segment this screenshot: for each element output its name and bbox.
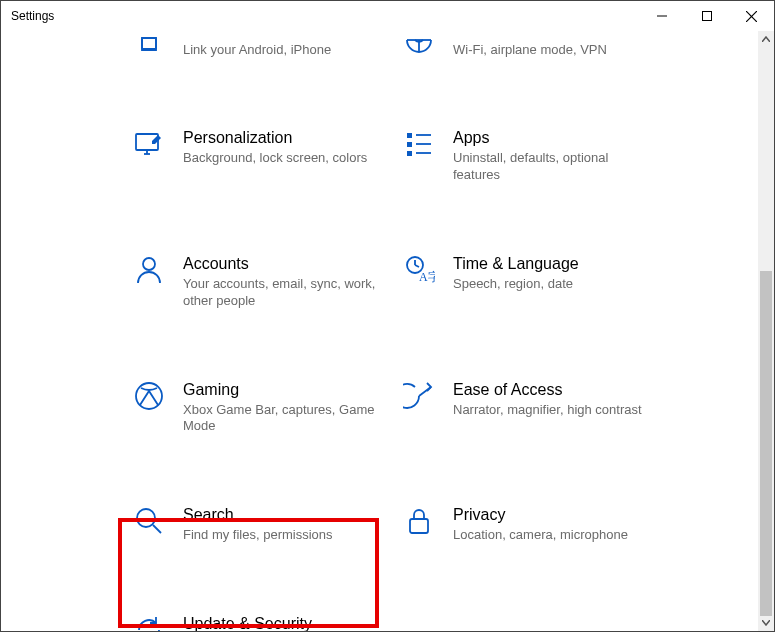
category-gaming[interactable]: Gaming Xbox Game Bar, captures, Game Mod… xyxy=(131,375,401,441)
category-title: Search xyxy=(183,505,333,525)
category-accounts[interactable]: Accounts Your accounts, email, sync, wor… xyxy=(131,249,401,315)
category-desc: Background, lock screen, colors xyxy=(183,150,367,167)
svg-line-24 xyxy=(153,525,161,533)
category-network[interactable]: Wi-Fi, airplane mode, VPN xyxy=(401,35,671,73)
minimize-button[interactable] xyxy=(639,1,684,31)
window-title: Settings xyxy=(11,9,54,23)
category-title: Apps xyxy=(453,128,648,148)
content-area: Link your Android, iPhone Wi-Fi, airplan… xyxy=(1,31,758,631)
scroll-down-arrow[interactable] xyxy=(758,615,774,631)
settings-window: Settings Link your Android, iPhone xyxy=(0,0,775,632)
ease-of-access-icon xyxy=(403,380,435,412)
maximize-button[interactable] xyxy=(684,1,729,31)
svg-line-22 xyxy=(419,387,431,396)
svg-rect-10 xyxy=(407,133,412,138)
svg-rect-11 xyxy=(407,142,412,147)
category-title: Personalization xyxy=(183,128,367,148)
category-apps[interactable]: Apps Uninstall, defaults, optional featu… xyxy=(401,123,671,189)
lock-icon xyxy=(403,505,435,537)
window-controls xyxy=(639,1,774,31)
svg-rect-12 xyxy=(407,151,412,156)
category-title: Ease of Access xyxy=(453,380,642,400)
category-update-security[interactable]: Update & Security Windows Update, recove… xyxy=(131,609,401,631)
search-icon xyxy=(133,505,165,537)
category-desc: Speech, region, date xyxy=(453,276,579,293)
xbox-icon xyxy=(133,380,165,412)
category-desc: Your accounts, email, sync, work, other … xyxy=(183,276,378,310)
time-language-icon: A字 xyxy=(403,254,435,286)
category-desc: Narrator, magnifier, high contrast xyxy=(453,402,642,419)
category-privacy[interactable]: Privacy Location, camera, microphone xyxy=(401,500,671,549)
svg-rect-4 xyxy=(142,38,156,49)
vertical-scrollbar[interactable] xyxy=(758,31,774,631)
category-title: Update & Security xyxy=(183,614,378,631)
svg-rect-25 xyxy=(410,519,428,533)
category-search[interactable]: Search Find my files, permissions xyxy=(131,500,401,549)
globe-icon xyxy=(403,36,435,68)
category-desc: Wi-Fi, airplane mode, VPN xyxy=(453,42,607,59)
category-personalization[interactable]: Personalization Background, lock screen,… xyxy=(131,123,401,189)
category-desc: Xbox Game Bar, captures, Game Mode xyxy=(183,402,378,436)
scrollbar-thumb[interactable] xyxy=(760,271,772,616)
category-desc: Uninstall, defaults, optional features xyxy=(453,150,648,184)
category-phone[interactable]: Link your Android, iPhone xyxy=(131,35,401,73)
titlebar: Settings xyxy=(1,1,774,31)
category-title: Privacy xyxy=(453,505,628,525)
category-desc: Find my files, permissions xyxy=(183,527,333,544)
close-button[interactable] xyxy=(729,1,774,31)
svg-point-21 xyxy=(136,383,162,409)
category-ease-of-access[interactable]: Ease of Access Narrator, magnifier, high… xyxy=(401,375,671,441)
svg-point-23 xyxy=(137,509,155,527)
phone-icon xyxy=(133,36,165,68)
category-title: Gaming xyxy=(183,380,378,400)
svg-line-19 xyxy=(415,265,419,267)
paint-icon xyxy=(133,128,165,160)
svg-rect-1 xyxy=(702,12,711,21)
category-desc: Link your Android, iPhone xyxy=(183,42,331,59)
person-icon xyxy=(133,254,165,286)
category-title: Accounts xyxy=(183,254,378,274)
category-time-language[interactable]: A字 Time & Language Speech, region, date xyxy=(401,249,671,315)
svg-text:A字: A字 xyxy=(419,270,435,284)
svg-point-16 xyxy=(143,258,155,270)
category-title: Time & Language xyxy=(453,254,579,274)
sync-icon xyxy=(133,614,165,631)
scroll-up-arrow[interactable] xyxy=(758,31,774,47)
apps-list-icon xyxy=(403,128,435,160)
category-desc: Location, camera, microphone xyxy=(453,527,628,544)
